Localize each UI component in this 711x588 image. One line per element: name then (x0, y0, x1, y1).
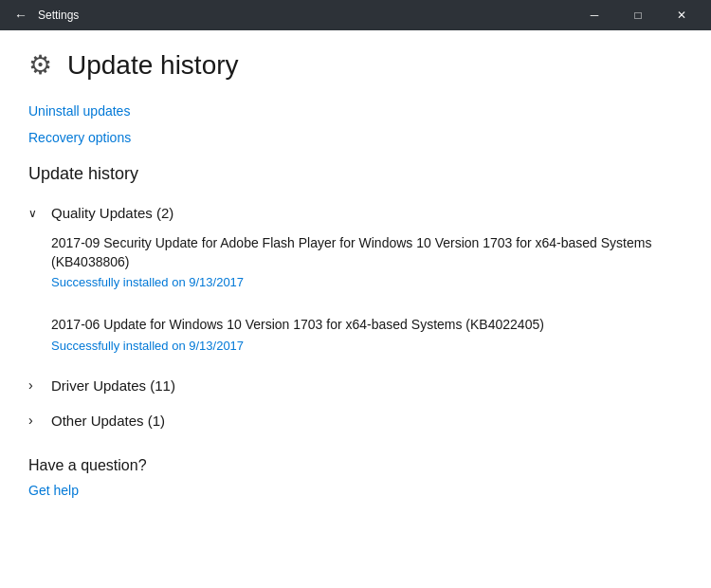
minimize-button[interactable]: ─ (573, 0, 616, 30)
page-title: Update history (67, 50, 239, 81)
driver-updates-chevron: › (28, 377, 44, 393)
settings-icon: ⚙ (28, 49, 52, 81)
links-section: Uninstall updates Recovery options (28, 103, 683, 145)
title-bar-title: Settings (38, 9, 79, 22)
driver-updates-label: Driver Updates (11) (51, 377, 175, 394)
question-section: Have a question? Get help (28, 457, 683, 499)
quality-updates-label: Quality Updates (2) (51, 205, 173, 221)
title-bar: ← Settings ─ □ ✕ (0, 0, 711, 30)
page-header: ⚙ Update history (28, 49, 683, 81)
quality-updates-group: ∨ Quality Updates (2) 2017-09 Security U… (28, 199, 683, 353)
driver-updates-group: › Driver Updates (11) (28, 372, 683, 399)
title-bar-controls: ─ □ ✕ (573, 0, 703, 30)
other-updates-label: Other Updates (1) (51, 413, 165, 429)
update-item: 2017-06 Update for Windows 10 Version 17… (51, 308, 683, 353)
driver-updates-header[interactable]: › Driver Updates (11) (28, 372, 683, 399)
maximize-button[interactable]: □ (616, 0, 660, 30)
quality-updates-items: 2017-09 Security Update for Adobe Flash … (51, 227, 683, 353)
recovery-options-link[interactable]: Recovery options (28, 130, 683, 145)
close-button[interactable]: ✕ (660, 0, 703, 30)
back-button[interactable]: ← (11, 6, 30, 25)
update-item-title: 2017-09 Security Update for Adobe Flash … (51, 234, 683, 271)
maximize-icon: □ (634, 9, 641, 22)
other-updates-chevron: › (28, 413, 44, 428)
uninstall-updates-link[interactable]: Uninstall updates (28, 103, 683, 119)
quality-updates-header[interactable]: ∨ Quality Updates (2) (28, 199, 683, 227)
settings-window: ← Settings ─ □ ✕ ⚙ Update history (0, 0, 711, 588)
close-icon: ✕ (677, 9, 686, 22)
update-item-status: Successfully installed on 9/13/2017 (51, 275, 683, 289)
update-item-title: 2017-06 Update for Windows 10 Version 17… (51, 316, 683, 335)
main-panel: ⚙ Update history Uninstall updates Recov… (0, 30, 711, 588)
section-title: Update history (28, 164, 683, 184)
other-updates-group: › Other Updates (1) (28, 407, 683, 434)
update-item-status: Successfully installed on 9/13/2017 (51, 339, 683, 353)
question-title: Have a question? (28, 457, 683, 474)
content-area: ⚙ Update history Uninstall updates Recov… (0, 30, 711, 588)
title-bar-left: ← Settings (11, 6, 79, 25)
update-item: 2017-09 Security Update for Adobe Flash … (51, 227, 683, 289)
quality-updates-chevron: ∨ (28, 207, 44, 220)
other-updates-header[interactable]: › Other Updates (1) (28, 407, 683, 434)
get-help-link[interactable]: Get help (28, 483, 79, 498)
minimize-icon: ─ (591, 9, 599, 22)
